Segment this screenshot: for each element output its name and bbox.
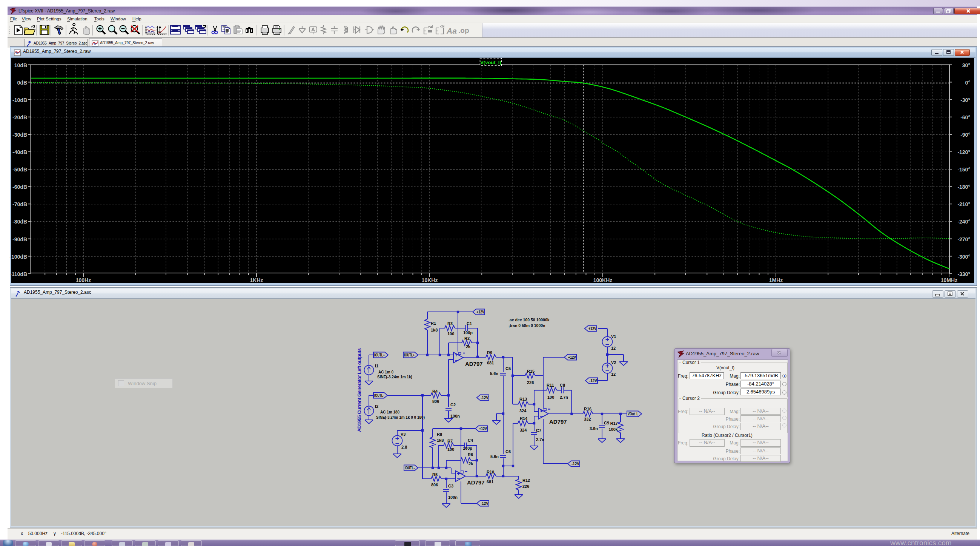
svg-text:R10: R10 (487, 470, 494, 474)
svg-text:IOUTL+: IOUTL+ (404, 353, 415, 357)
svg-text:332: 332 (584, 417, 591, 421)
svg-text:2k: 2k (468, 461, 473, 466)
svg-text:AD1955 Current Generator Left: AD1955 Current Generator Left outputs (356, 348, 362, 432)
svg-text:IOUTL+: IOUTL+ (374, 353, 385, 357)
svg-text:2.7n: 2.7n (560, 395, 568, 399)
svg-text:C2: C2 (450, 402, 456, 407)
svg-text:100n: 100n (450, 414, 460, 418)
svg-text:V1: V1 (611, 334, 616, 339)
svg-text:+12V: +12V (476, 310, 484, 314)
svg-text:V2: V2 (611, 360, 616, 365)
svg-text:+12V: +12V (479, 427, 487, 431)
svg-text:+12V: +12V (589, 327, 597, 331)
svg-text:I1: I1 (375, 364, 379, 368)
svg-text:R9: R9 (487, 350, 492, 355)
svg-text:3.9n: 3.9n (590, 426, 598, 431)
svg-text:IOUTL-: IOUTL- (374, 393, 384, 398)
svg-text:R2: R2 (465, 336, 469, 341)
svg-text:12: 12 (611, 372, 616, 377)
svg-text:AC 1m 180: AC 1m 180 (380, 410, 400, 414)
svg-text:R1: R1 (431, 321, 436, 326)
svg-text:R16: R16 (584, 407, 592, 411)
svg-text:-12V: -12V (589, 379, 597, 383)
svg-text:AD797: AD797 (465, 361, 483, 367)
svg-text:I2: I2 (375, 404, 379, 409)
svg-text:806: 806 (432, 399, 439, 404)
svg-text:C3: C3 (448, 484, 453, 488)
svg-text:5.6n: 5.6n (490, 371, 498, 376)
svg-text:R5: R5 (432, 473, 438, 477)
svg-text:R4: R4 (432, 389, 438, 393)
svg-text:1k8: 1k8 (437, 438, 444, 442)
svg-text:1k8: 1k8 (431, 328, 438, 332)
svg-text:+12V: +12V (568, 355, 576, 359)
svg-text:SINE(-3.24m 1m 1k 0 0 180): SINE(-3.24m 1m 1k 0 0 180) (376, 415, 425, 420)
svg-text:R11: R11 (547, 383, 554, 387)
svg-text:R7: R7 (447, 439, 453, 443)
svg-text:806: 806 (431, 482, 438, 487)
svg-text:100p: 100p (463, 446, 472, 450)
svg-text:-12V: -12V (480, 396, 488, 400)
svg-text:5.6n: 5.6n (490, 454, 499, 459)
svg-text:324: 324 (519, 409, 527, 413)
svg-text:100: 100 (447, 332, 454, 336)
svg-text:R3: R3 (447, 321, 453, 326)
svg-text:C4: C4 (468, 438, 473, 442)
svg-text:2.8: 2.8 (401, 445, 407, 449)
svg-text:R15: R15 (527, 369, 535, 374)
svg-text:R12: R12 (522, 478, 530, 482)
svg-text:C8: C8 (560, 383, 565, 387)
svg-text:226: 226 (527, 380, 534, 385)
svg-text:2k: 2k (466, 344, 471, 349)
svg-text:IOUTL-: IOUTL- (405, 466, 415, 470)
svg-text:R13: R13 (519, 397, 527, 401)
svg-text:R14: R14 (520, 416, 528, 421)
svg-text:226: 226 (522, 484, 529, 489)
svg-text:VOut_L: VOut_L (628, 412, 638, 416)
svg-text:2.7n: 2.7n (536, 437, 544, 442)
svg-text:SINE(-3.24m 1m 1k): SINE(-3.24m 1m 1k) (377, 375, 412, 379)
svg-text:681: 681 (487, 479, 493, 484)
svg-text:C9: C9 (604, 421, 609, 425)
svg-text:-12V: -12V (480, 501, 488, 506)
svg-text:100p: 100p (463, 330, 473, 335)
svg-text:R17: R17 (610, 421, 618, 426)
svg-text:V3: V3 (401, 432, 406, 436)
svg-text:C7: C7 (536, 428, 541, 433)
svg-text:AD797: AD797 (467, 479, 485, 485)
svg-text:;tran 0 50m 0 1000n: ;tran 0 50m 0 1000n (509, 323, 545, 328)
svg-text:100n: 100n (448, 495, 458, 500)
svg-text:.ac dec 100 50 10000k: .ac dec 100 50 10000k (509, 318, 550, 322)
svg-text:681: 681 (487, 361, 494, 365)
svg-text:100: 100 (447, 447, 454, 452)
svg-text:100: 100 (547, 395, 554, 399)
svg-text:R8: R8 (437, 432, 442, 436)
svg-text:AC 1m 0: AC 1m 0 (379, 370, 393, 374)
svg-text:R6: R6 (468, 452, 473, 457)
svg-text:-12V: -12V (571, 462, 579, 466)
svg-text:100k: 100k (609, 427, 618, 432)
svg-text:324: 324 (520, 428, 527, 432)
svg-text:AD797: AD797 (549, 418, 567, 425)
svg-text:C1: C1 (467, 321, 472, 326)
svg-text:C6: C6 (506, 449, 511, 454)
svg-text:C5: C5 (506, 366, 511, 371)
svg-text:12: 12 (611, 346, 616, 350)
